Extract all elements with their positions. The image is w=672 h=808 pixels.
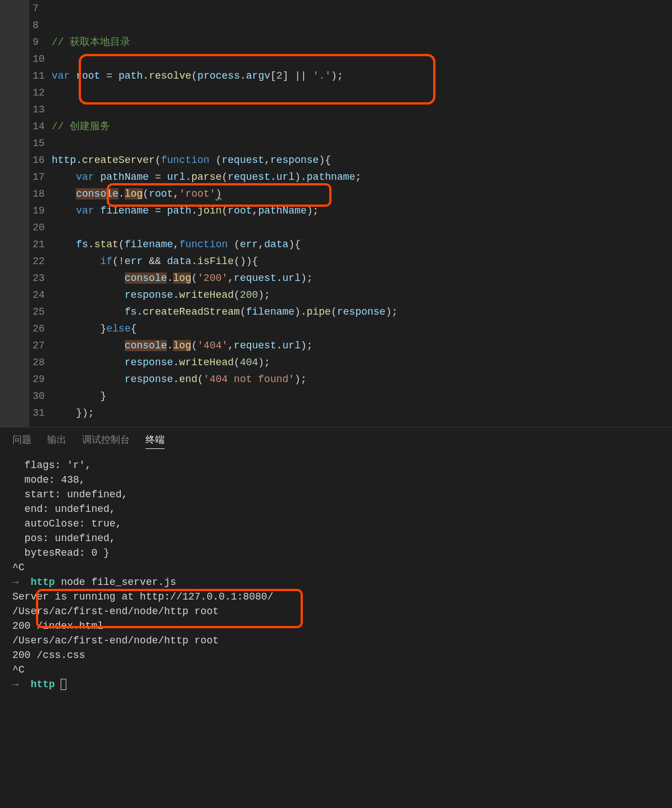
terminal-line: flags: 'r',: [12, 458, 660, 473]
code-line: response.end('404 not found');: [52, 371, 672, 388]
code-line: // 创建服务: [52, 118, 672, 135]
code-line: console.log('404',request.url);: [52, 337, 672, 354]
code-line: fs.createReadStream(filename).pipe(respo…: [52, 303, 672, 320]
bottom-panel: 问题 输出 调试控制台 终端 flags: 'r', mode: 438, st…: [0, 427, 672, 692]
code-line: console.log(root,'root'): [52, 185, 672, 202]
terminal-line: start: undefined,: [12, 487, 660, 502]
code-line: [52, 84, 672, 101]
code-line: // 获取本地目录: [52, 34, 672, 51]
terminal-line: end: undefined,: [12, 502, 660, 516]
tab-terminal[interactable]: 终端: [146, 433, 165, 449]
code-line: response.writeHead(404);: [52, 354, 672, 371]
code-line: [52, 219, 672, 236]
code-line: var root = path.resolve(process.argv[2] …: [52, 67, 672, 84]
code-editor[interactable]: 7 8 9 10 11 12 13 14 15 16 17 18 19 20 2…: [0, 0, 672, 427]
code-line: var pathName = url.parse(request.url).pa…: [52, 169, 672, 185]
code-line: }: [52, 388, 672, 405]
code-line: console.log('200',request.url);: [52, 270, 672, 287]
activity-bar: [0, 0, 29, 427]
code-content[interactable]: // 获取本地目录 var root = path.resolve(proces…: [40, 0, 672, 427]
terminal-line: ^C: [12, 662, 660, 677]
tab-output[interactable]: 输出: [47, 433, 66, 449]
panel-tabs: 问题 输出 调试控制台 终端: [0, 428, 672, 455]
terminal-cursor: [61, 679, 66, 690]
code-line: response.writeHead(200);: [52, 287, 672, 303]
tab-problems[interactable]: 问题: [12, 433, 31, 449]
terminal-line: /Users/ac/first-end/node/http root: [12, 604, 660, 619]
code-line: fs.stat(filename,function (err,data){: [52, 236, 672, 253]
terminal-output[interactable]: flags: 'r', mode: 438, start: undefined,…: [0, 455, 672, 692]
terminal-line: Server is running at http://127.0.0.1:80…: [12, 589, 660, 604]
code-line: [52, 17, 672, 34]
terminal-line: 200 /css.css: [12, 648, 660, 662]
code-line: }else{: [52, 320, 672, 337]
code-line: http.createServer(function (request,resp…: [52, 152, 672, 169]
code-line: [52, 51, 672, 67]
code-line: [52, 135, 672, 152]
terminal-prompt: → http node file_server.js: [12, 575, 660, 589]
code-line: var filename = path.join(root,pathName);: [52, 202, 672, 219]
code-line: if(!err && data.isFile()){: [52, 253, 672, 270]
terminal-line: mode: 438,: [12, 473, 660, 487]
terminal-line: pos: undefined,: [12, 531, 660, 546]
tab-debug-console[interactable]: 调试控制台: [82, 433, 130, 449]
terminal-line: /Users/ac/first-end/node/http root: [12, 633, 660, 648]
terminal-line: bytesRead: 0 }: [12, 546, 660, 560]
terminal-prompt[interactable]: → http: [12, 677, 660, 692]
terminal-line: 200 /index.html: [12, 619, 660, 633]
terminal-line: autoClose: true,: [12, 516, 660, 531]
code-line: [52, 101, 672, 118]
terminal-line: ^C: [12, 560, 660, 575]
code-line: });: [52, 405, 672, 421]
code-line: [52, 0, 672, 17]
